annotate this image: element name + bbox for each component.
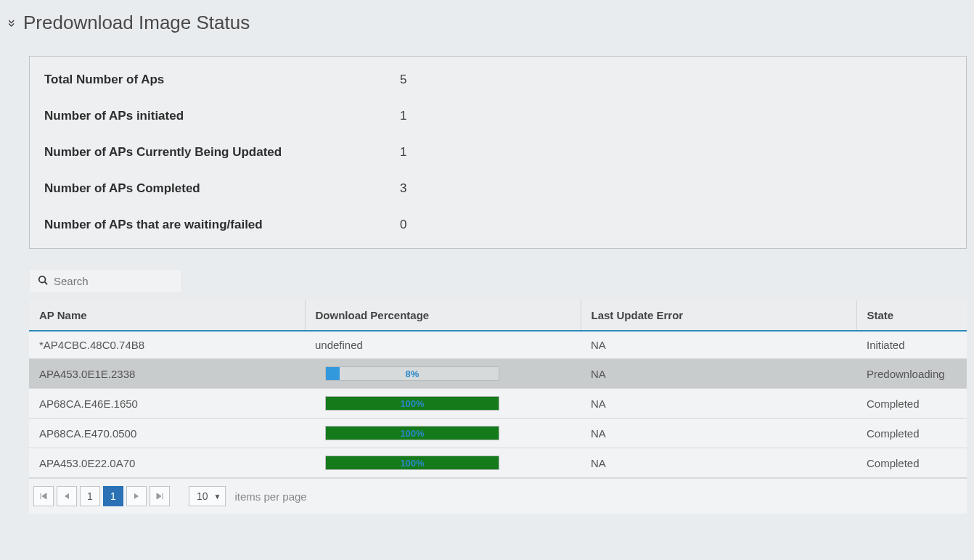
summary-value: 5	[400, 73, 406, 87]
cell-last-error: NA	[581, 359, 856, 389]
summary-label: Number of APs Completed	[44, 181, 400, 196]
summary-row-completed: Number of APs Completed 3	[44, 181, 952, 196]
pager: 1 1 10 ▼ items per page	[29, 478, 967, 514]
cell-state: Initiated	[856, 331, 967, 359]
cell-download-pct: 100%	[305, 419, 581, 448]
table-container: AP Name Download Percentage Last Update …	[29, 269, 967, 514]
svg-line-1	[45, 282, 48, 285]
cell-download-pct: 100%	[305, 389, 581, 419]
col-header-download-pct[interactable]: Download Percentage	[305, 300, 581, 331]
summary-panel: Total Number of Aps 5 Number of APs init…	[29, 56, 967, 249]
col-header-ap-name[interactable]: AP Name	[29, 300, 305, 331]
table-row[interactable]: *AP4CBC.48C0.74B8undefinedNAInitiated	[29, 331, 967, 359]
cell-ap-name: *AP4CBC.48C0.74B8	[29, 331, 305, 359]
progress-bar: 8%	[325, 366, 499, 381]
cell-last-error: NA	[581, 448, 856, 478]
cell-last-error: NA	[581, 389, 856, 419]
cell-ap-name: AP68CA.E470.0500	[29, 419, 305, 448]
cell-download-pct: undefined	[305, 331, 581, 359]
ap-table: AP Name Download Percentage Last Update …	[29, 300, 967, 478]
cell-state: Completed	[856, 389, 967, 419]
table-header-row: AP Name Download Percentage Last Update …	[29, 300, 967, 331]
col-header-state[interactable]: State	[856, 300, 967, 331]
cell-download-pct: 8%	[305, 359, 581, 389]
cell-ap-name: APA453.0E22.0A70	[29, 448, 305, 478]
pager-prev-button[interactable]	[57, 486, 77, 506]
search-input[interactable]	[54, 275, 173, 287]
caret-down-icon: ▼	[214, 493, 221, 501]
pager-last-button[interactable]	[150, 486, 170, 506]
summary-label: Total Number of Aps	[44, 73, 400, 87]
search-icon	[38, 275, 48, 287]
table-row[interactable]: APA453.0E22.0A70100%NACompleted	[29, 448, 967, 478]
summary-label: Number of APs initiated	[44, 109, 400, 123]
page-size-select[interactable]: 10 ▼	[189, 486, 226, 506]
svg-point-0	[39, 276, 46, 283]
pager-next-button[interactable]	[126, 486, 147, 506]
summary-value: 3	[400, 181, 406, 196]
col-header-last-error[interactable]: Last Update Error	[581, 300, 856, 331]
progress-label: 100%	[326, 397, 499, 410]
cell-download-pct: 100%	[305, 448, 581, 478]
summary-row-waiting: Number of APs that are waiting/failed 0	[44, 218, 952, 232]
progress-label: 8%	[326, 367, 499, 380]
progress-label: 100%	[326, 456, 499, 469]
cell-state: Predownloading	[856, 359, 967, 389]
cell-state: Completed	[856, 448, 967, 478]
summary-value: 1	[400, 109, 406, 123]
cell-last-error: NA	[581, 419, 856, 448]
search-box[interactable]	[29, 269, 181, 293]
table-row[interactable]: AP68CA.E46E.1650100%NACompleted	[29, 389, 967, 419]
progress-label: 100%	[326, 427, 499, 440]
pager-page-1[interactable]: 1	[80, 486, 100, 506]
summary-label: Number of APs Currently Being Updated	[44, 145, 400, 160]
summary-value: 1	[400, 145, 406, 160]
summary-row-updating: Number of APs Currently Being Updated 1	[44, 145, 952, 160]
cell-last-error: NA	[581, 331, 856, 359]
cell-ap-name: APA453.0E1E.2338	[29, 359, 305, 389]
table-row[interactable]: AP68CA.E470.0500100%NACompleted	[29, 419, 967, 448]
cell-state: Completed	[856, 419, 967, 448]
items-per-page-label: items per page	[234, 490, 306, 503]
summary-row-initiated: Number of APs initiated 1	[44, 109, 952, 123]
summary-row-total: Total Number of Aps 5	[44, 73, 952, 87]
summary-value: 0	[400, 218, 406, 232]
progress-bar: 100%	[325, 396, 499, 411]
cell-ap-name: AP68CA.E46E.1650	[29, 389, 305, 419]
pager-current-page[interactable]: 1	[103, 486, 123, 506]
summary-label: Number of APs that are waiting/failed	[44, 218, 400, 232]
section-header: » Predownload Image Status	[7, 12, 967, 34]
table-row[interactable]: APA453.0E1E.23388%NAPredownloading	[29, 359, 967, 389]
chevron-double-down-icon[interactable]: »	[6, 19, 19, 27]
page-title: Predownload Image Status	[23, 12, 250, 34]
page-size-value: 10	[197, 490, 208, 502]
progress-bar: 100%	[325, 426, 499, 440]
pager-first-button[interactable]	[33, 486, 54, 506]
progress-bar: 100%	[325, 456, 499, 470]
